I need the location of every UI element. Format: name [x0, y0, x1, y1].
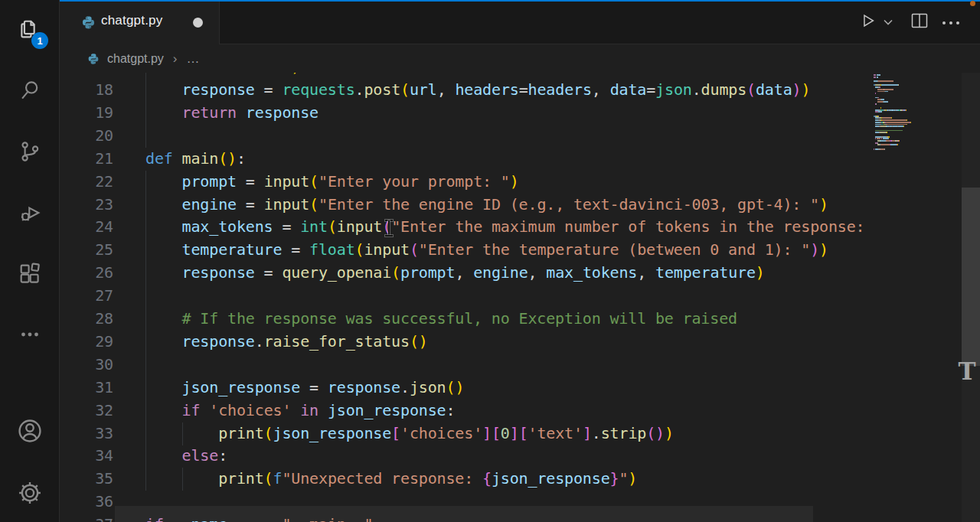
code-line[interactable]: 33 print(json_response['choices'][0]['te…: [60, 422, 870, 445]
line-number[interactable]: 27: [60, 285, 113, 308]
code-line[interactable]: 36: [60, 491, 870, 514]
line-number[interactable]: 28: [60, 308, 113, 331]
line-number[interactable]: 20: [60, 125, 113, 148]
minimap[interactable]: [874, 74, 959, 166]
sidebar-item-explorer[interactable]: [0, 10, 59, 47]
sidebar-item-extensions[interactable]: [0, 256, 59, 292]
code-line[interactable]: 17 ): [60, 73, 870, 79]
line-number[interactable]: 24: [60, 216, 113, 239]
line-number[interactable]: 23: [60, 194, 113, 217]
code-text: # If the response was successful, no Exc…: [145, 308, 737, 331]
sidebar-item-more-views[interactable]: [0, 316, 59, 353]
line-number[interactable]: 30: [60, 354, 113, 377]
code-text: if __name__ == "__main__":: [145, 514, 382, 522]
code-text: return response: [145, 102, 318, 125]
chevron-down-icon: [883, 15, 893, 29]
git-branch-icon: [17, 139, 43, 165]
code-line[interactable]: 37if __name__ == "__main__":: [60, 514, 870, 522]
code-line[interactable]: 30: [60, 354, 870, 377]
t-cursor-overlay: T: [954, 358, 980, 384]
code-text: else:: [145, 445, 227, 468]
code-line[interactable]: 21def main():: [60, 148, 870, 171]
line-number[interactable]: 26: [60, 262, 113, 285]
run-python-file-button[interactable]: [858, 11, 879, 34]
run-options-dropdown[interactable]: [880, 11, 896, 34]
line-number[interactable]: 36: [60, 491, 113, 514]
code-line[interactable]: 32 if 'choices' in json_response:: [60, 400, 870, 422]
magnifier-icon: [17, 77, 43, 103]
sidebar-item-search[interactable]: [0, 72, 59, 109]
code-text: max_tokens = int(input("Enter the maximu…: [145, 216, 870, 239]
code-line[interactable]: 24 max_tokens = int(input("Enter the max…: [60, 216, 870, 239]
split-editor-button[interactable]: [908, 11, 931, 34]
line-number[interactable]: 35: [60, 468, 113, 491]
python-icon: [87, 53, 100, 65]
text-cursor-pointer: [384, 220, 394, 237]
code-line[interactable]: 26 response = query_openai(prompt, engin…: [60, 262, 870, 285]
tab-label: chatgpt.py: [101, 13, 162, 28]
code-line[interactable]: 29 response.raise_for_status(): [60, 331, 870, 354]
line-number[interactable]: 21: [60, 148, 113, 171]
minimap-row: [874, 148, 959, 151]
play-bug-icon: [17, 200, 43, 226]
unsaved-changes-dot[interactable]: [193, 18, 203, 28]
code-line[interactable]: 18 response = requests.post(url, headers…: [60, 79, 870, 102]
unsaved-files-badge: 1: [31, 32, 48, 49]
code-line[interactable]: 25 temperature = float(input("Enter the …: [60, 239, 870, 262]
code-text: response = requests.post(url, headers=he…: [145, 79, 810, 102]
line-number[interactable]: 18: [60, 79, 113, 102]
tab-bar: chatgpt.py: [60, 0, 980, 44]
code-text: engine = input("Enter the engine ID (e.g…: [145, 194, 828, 217]
python-icon: [81, 15, 96, 33]
code-line[interactable]: 28 # If the response was successful, no …: [60, 308, 870, 331]
breadcrumb-file[interactable]: chatgpt.py: [107, 52, 164, 66]
tab-chatgpt-py[interactable]: chatgpt.py: [60, 0, 220, 44]
ellipsis-icon: [941, 15, 961, 29]
code-text: temperature = float(input("Enter the tem…: [145, 239, 828, 262]
active-tab-indicator: [60, 0, 980, 2]
code-text: json_response = response.json(): [145, 377, 464, 400]
sidebar-item-source-control[interactable]: [0, 133, 59, 170]
line-number[interactable]: 34: [60, 445, 113, 468]
line-number[interactable]: 29: [60, 331, 113, 354]
code-line[interactable]: 35 print(f"Unexpected response: {json_re…: [60, 468, 870, 491]
line-number[interactable]: 37: [60, 514, 113, 522]
code-line[interactable]: 22 prompt = input("Enter your prompt: "): [60, 171, 870, 194]
scrollbar-slider[interactable]: [962, 188, 980, 366]
activity-bar: 1: [0, 0, 60, 522]
recording-indicator-dot: [970, 1, 975, 6]
line-number[interactable]: 19: [60, 102, 113, 125]
line-number[interactable]: 17: [60, 73, 113, 79]
line-number[interactable]: 25: [60, 239, 113, 262]
gear-icon: [15, 478, 44, 507]
breadcrumb: chatgpt.py › …: [60, 44, 980, 73]
code-text: prompt = input("Enter your prompt: "): [145, 171, 519, 194]
code-text: response = query_openai(prompt, engine, …: [145, 262, 765, 285]
account-button[interactable]: [0, 413, 59, 449]
code-line[interactable]: 31 json_response = response.json(): [60, 377, 870, 400]
code-text: if 'choices' in json_response:: [145, 400, 455, 422]
person-icon: [15, 416, 44, 445]
code-line[interactable]: 23 engine = input("Enter the engine ID (…: [60, 194, 870, 217]
code-line[interactable]: 34 else:: [60, 445, 870, 468]
breadcrumb-separator-icon: ›: [173, 51, 178, 67]
line-number[interactable]: 22: [60, 171, 113, 194]
code-editor[interactable]: 17 )18 response = requests.post(url, hea…: [60, 73, 870, 522]
code-line[interactable]: 19 return response: [60, 102, 870, 125]
code-text: response.raise_for_status(): [145, 331, 428, 354]
line-number[interactable]: 32: [60, 400, 113, 422]
split-editor-icon: [910, 12, 929, 32]
blocks-icon: [17, 261, 43, 287]
code-line[interactable]: 20: [60, 125, 870, 148]
sidebar-item-run-debug[interactable]: [0, 194, 59, 231]
line-number[interactable]: 33: [60, 422, 113, 445]
code-text: print(json_response['choices'][0]['text'…: [145, 422, 674, 445]
breadcrumb-symbol-more[interactable]: …: [187, 51, 201, 67]
line-number[interactable]: 31: [60, 377, 113, 400]
code-line[interactable]: 27: [60, 285, 870, 308]
settings-button[interactable]: [0, 475, 59, 511]
more-actions-button[interactable]: [939, 11, 963, 34]
code-text: def main():: [145, 148, 246, 171]
ellipsis-icon: [17, 321, 43, 347]
code-text: print(f"Unexpected response: {json_respo…: [145, 468, 637, 491]
